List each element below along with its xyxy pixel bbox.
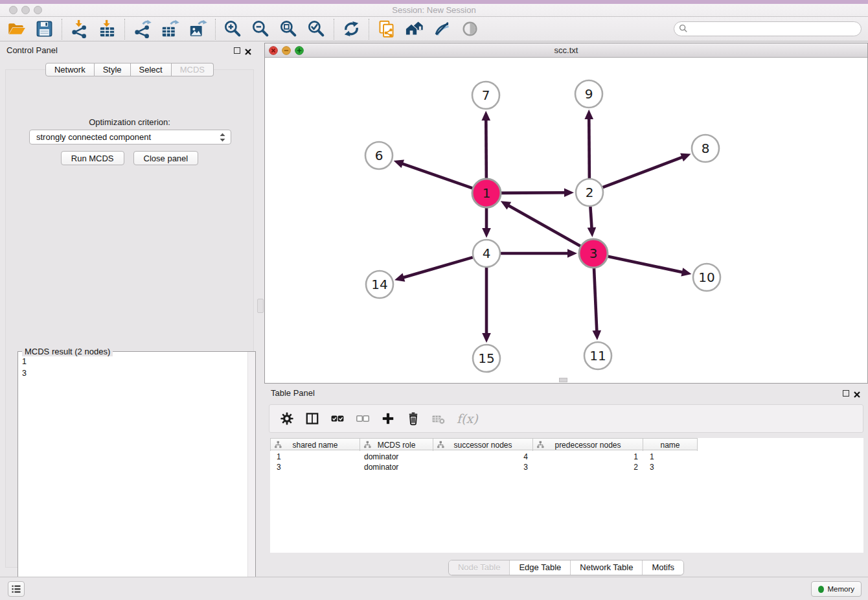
apply-layout-button[interactable] <box>337 18 365 40</box>
table-row[interactable]: 3dominator323 <box>270 462 863 472</box>
search-input[interactable] <box>674 21 862 36</box>
graph-edge-arrowhead <box>564 188 574 197</box>
graph-edge-1-6[interactable] <box>398 163 472 189</box>
table-cell: 3 <box>433 462 533 472</box>
network-canvas[interactable]: 7968124314101511 <box>265 58 867 383</box>
zoom-selected-button[interactable] <box>303 18 330 40</box>
status-bar: Memory <box>0 577 868 600</box>
graph-edge-arrowhead <box>681 268 691 276</box>
mcds-result-title: MCDS result (2 nodes) <box>22 347 113 356</box>
column-header-label: MCDS role <box>378 441 416 450</box>
network-window-title: scc.txt <box>265 43 867 58</box>
deselect-all-checks-button[interactable] <box>356 411 370 426</box>
graph-node-label-10: 10 <box>698 270 714 285</box>
control-tab-mcds[interactable]: MCDS <box>172 63 214 76</box>
graph-node-label-7: 7 <box>482 87 490 103</box>
function-builder-button[interactable]: f(x) <box>457 411 478 426</box>
table-tab-edge-table[interactable]: Edge Table <box>509 560 570 575</box>
table-header-row: shared nameMCDS rolesuccessor nodesprede… <box>270 438 698 450</box>
main-toolbar <box>0 17 868 41</box>
control-panel-close-icon[interactable] <box>244 47 252 54</box>
panel-splitter-grip[interactable] <box>257 299 264 313</box>
graph-node-label-3: 3 <box>589 246 598 261</box>
graph-edge-3-1[interactable] <box>505 203 580 246</box>
run-mcds-button[interactable]: Run MCDS <box>61 151 124 165</box>
birdseye-view-button[interactable] <box>400 18 428 40</box>
graph-edge-3-10[interactable] <box>608 257 687 273</box>
task-history-button[interactable] <box>8 581 25 597</box>
delete-table-button <box>431 411 446 426</box>
column-header-label: successor nodes <box>453 441 512 450</box>
column-header-predecessor-nodes[interactable]: predecessor nodes <box>533 439 643 451</box>
table-cell: dominator <box>360 462 433 472</box>
table-cell: 1 <box>643 452 698 462</box>
graph-node-label-11: 11 <box>589 348 606 363</box>
search-box <box>674 21 862 36</box>
graph-edge-arrowhead <box>482 333 491 343</box>
graph-node-label-2: 2 <box>586 185 594 200</box>
column-header-successor-nodes[interactable]: successor nodes <box>433 439 533 451</box>
column-header-name[interactable]: name <box>643 439 698 451</box>
export-network-button[interactable] <box>128 18 156 40</box>
toolbar-separator <box>62 19 62 40</box>
create-column-button[interactable] <box>381 411 395 426</box>
table-row[interactable]: 1dominator411 <box>270 452 863 462</box>
graph-node-label-6: 6 <box>375 148 383 163</box>
zoom-fit-button[interactable] <box>275 18 303 40</box>
graph-edge-1-7[interactable] <box>486 116 486 178</box>
toolbar-icon-strip <box>3 18 484 40</box>
table-body: 1dominator4113dominator323 <box>270 452 863 472</box>
export-image-button[interactable] <box>184 18 212 40</box>
column-header-shared-name[interactable]: shared name <box>270 439 360 451</box>
save-session-button[interactable] <box>30 18 58 40</box>
table-tab-node-table[interactable]: Node Table <box>449 560 510 575</box>
import-table-button[interactable] <box>93 18 121 40</box>
graph-edge-arrowhead <box>680 153 691 161</box>
import-network-button[interactable] <box>65 18 93 40</box>
toolbar-separator <box>124 19 125 40</box>
toggle-columns-panel-button[interactable] <box>305 411 319 426</box>
export-table-button[interactable] <box>156 18 184 40</box>
mcds-result-lines: 1 3 <box>18 353 30 382</box>
zoom-in-button[interactable] <box>219 18 247 40</box>
graph-edge-1-2[interactable] <box>501 192 569 193</box>
select-all-checks-button[interactable] <box>330 411 345 426</box>
table-panel-close-icon[interactable] <box>853 389 861 397</box>
graph-edge-3-11[interactable] <box>594 268 597 335</box>
memory-button[interactable]: Memory <box>811 581 862 597</box>
control-tab-style[interactable]: Style <box>95 63 131 76</box>
toolbar-separator <box>334 19 334 40</box>
search-icon <box>679 24 688 33</box>
close-panel-button[interactable]: Close panel <box>133 151 199 165</box>
titlebar: Session: New Session <box>0 0 868 17</box>
graph-edge-4-14[interactable] <box>400 257 473 279</box>
open-session-button[interactable] <box>3 18 30 40</box>
control-tab-select[interactable]: Select <box>131 63 172 76</box>
table-panel-float-icon[interactable] <box>843 390 849 397</box>
mcds-result-scrollbar[interactable] <box>247 352 255 591</box>
graph-edge-2-9[interactable] <box>589 115 589 178</box>
graph-edge-2-8[interactable] <box>603 156 687 187</box>
table-toolbar: f(x) <box>269 404 863 433</box>
table-cell: 2 <box>533 462 643 472</box>
optimization-criterion-select[interactable]: strongly connected component <box>29 130 231 144</box>
table-panel: Table Panel f(x) shared nameMCDS rolesuc… <box>264 386 868 575</box>
column-header-MCDS-role[interactable]: MCDS role <box>360 439 433 451</box>
graph-edge-arrowhead <box>584 110 593 119</box>
table-panel-header: Table Panel <box>264 386 868 401</box>
table-tab-network-table[interactable]: Network Table <box>570 560 642 575</box>
table-tab-motifs[interactable]: Motifs <box>642 560 683 575</box>
canvas-horizontal-scrollbar[interactable] <box>559 378 567 382</box>
column-type-icon <box>437 441 445 449</box>
zoom-out-button[interactable] <box>247 18 275 40</box>
graph-edge-arrowhead <box>482 228 491 238</box>
window-title: Session: New Session <box>0 4 868 17</box>
control-panel-float-icon[interactable] <box>234 47 240 54</box>
toggle-graphics-details-button[interactable] <box>428 18 456 40</box>
column-type-icon <box>274 441 282 449</box>
control-tab-network[interactable]: Network <box>45 63 95 76</box>
column-settings-button[interactable] <box>280 411 294 426</box>
delete-column-button[interactable] <box>406 411 420 426</box>
control-panel-title: Control Panel <box>6 45 58 55</box>
clone-network-button[interactable] <box>372 18 400 40</box>
